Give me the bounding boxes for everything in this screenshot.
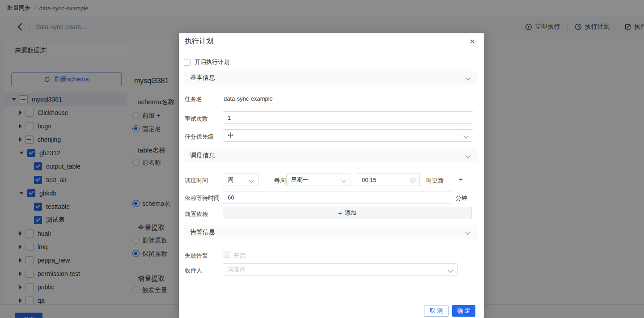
chevron-down-icon bbox=[465, 75, 470, 80]
recipient-label: 收件人 bbox=[185, 267, 202, 275]
weekly-label: 每周 bbox=[274, 177, 286, 185]
dependency-label: 前置依赖 bbox=[185, 210, 208, 218]
retry-label: 重试次数 bbox=[185, 115, 208, 123]
divider bbox=[179, 49, 484, 49]
chevron-down-icon bbox=[465, 229, 470, 234]
close-icon[interactable]: ✕ bbox=[468, 37, 477, 46]
execution-plan-modal: 执行计划 ✕ 开启执行计划 基本信息 任务名 data-sync-example… bbox=[179, 33, 484, 318]
plus-icon: + bbox=[338, 209, 342, 217]
time-suffix-label: 时更新 bbox=[426, 177, 444, 185]
priority-label: 任务优先级 bbox=[185, 133, 214, 141]
section-alert-info[interactable]: 告警信息 bbox=[184, 225, 477, 239]
modal-title: 执行计划 bbox=[185, 37, 213, 46]
checkbox-unchecked[interactable] bbox=[184, 59, 191, 66]
fail-alert-label: 失败告警 bbox=[185, 252, 208, 260]
clock-icon bbox=[410, 177, 416, 183]
recipient-select[interactable]: 请选择 bbox=[223, 263, 458, 276]
task-name-label: 任务名 bbox=[185, 95, 202, 103]
chevron-down-icon bbox=[341, 178, 346, 182]
chevron-down-icon bbox=[465, 153, 470, 158]
wait-unit-label: 分钟 bbox=[456, 194, 467, 202]
chevron-down-icon bbox=[448, 267, 453, 272]
retry-input[interactable]: 1 bbox=[223, 111, 473, 124]
chevron-down-icon bbox=[249, 178, 254, 182]
add-schedule-row-icon[interactable]: + bbox=[459, 175, 463, 183]
enable-plan-checkbox[interactable]: 开启执行计划 bbox=[184, 58, 229, 66]
section-basic-info[interactable]: 基本信息 bbox=[184, 71, 477, 85]
add-dependency-button[interactable]: + 添加 bbox=[223, 207, 472, 219]
confirm-button[interactable]: 确 定 bbox=[452, 305, 475, 317]
schedule-time-label: 调度时间 bbox=[185, 177, 208, 185]
app-window: 批量同步 / data-sync-example data-sync-exam.… bbox=[0, 0, 644, 318]
section-schedule-info[interactable]: 调度信息 bbox=[184, 149, 477, 162]
fail-alert-checkbox-disabled bbox=[224, 251, 230, 258]
chevron-down-icon bbox=[463, 133, 468, 138]
cancel-button[interactable]: 取 消 bbox=[424, 305, 449, 317]
cycle-select[interactable]: 周 bbox=[223, 174, 258, 186]
enable-plan-label: 开启执行计划 bbox=[195, 58, 229, 66]
wait-time-input[interactable]: 60 bbox=[223, 191, 451, 204]
priority-select[interactable]: 中 bbox=[223, 129, 473, 142]
fail-alert-checkbox-label: 开启 bbox=[233, 252, 245, 260]
weekday-select[interactable]: 星期一 bbox=[286, 174, 351, 186]
task-name-value: data-sync-example bbox=[224, 95, 273, 102]
time-picker[interactable]: 00:15 bbox=[357, 174, 420, 186]
wait-time-label: 依赖等待时间 bbox=[185, 194, 220, 202]
